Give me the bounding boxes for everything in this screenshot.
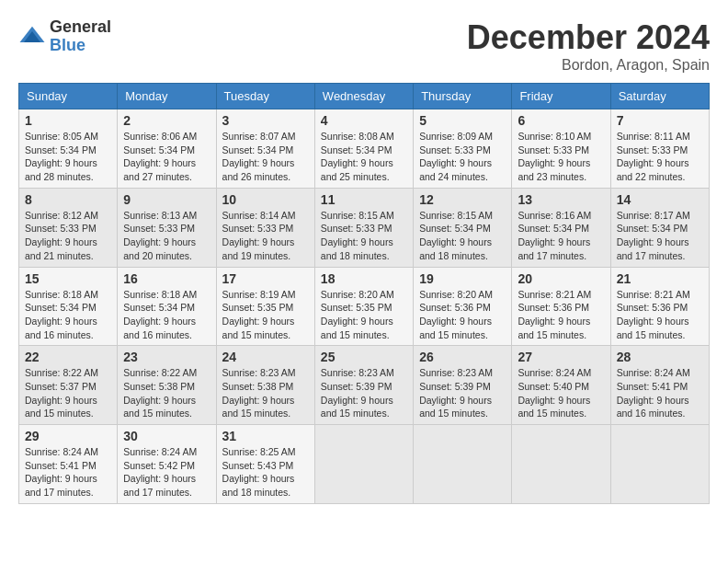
table-row: 1 Sunrise: 8:05 AM Sunset: 5:34 PM Dayli… (19, 109, 118, 189)
day-number: 2 (123, 113, 210, 128)
day-info: Sunrise: 8:12 AM Sunset: 5:33 PM Dayligh… (25, 209, 111, 263)
day-number: 27 (518, 350, 604, 364)
day-info: Sunrise: 8:15 AM Sunset: 5:34 PM Dayligh… (419, 209, 506, 263)
day-info: Sunrise: 8:25 AM Sunset: 5:43 PM Dayligh… (222, 445, 309, 500)
table-row: 15 Sunrise: 8:18 AM Sunset: 5:34 PM Dayl… (19, 267, 118, 346)
col-monday: Monday (118, 84, 216, 109)
day-number: 30 (123, 429, 210, 443)
table-row: 26 Sunrise: 8:23 AM Sunset: 5:39 PM Dayl… (414, 346, 512, 425)
title-section: December 2024 Bordon, Aragon, Spain (467, 18, 710, 74)
table-row: 7 Sunrise: 8:11 AM Sunset: 5:33 PM Dayli… (610, 109, 709, 189)
table-row: 21 Sunrise: 8:21 AM Sunset: 5:36 PM Dayl… (610, 267, 709, 346)
day-info: Sunrise: 8:22 AM Sunset: 5:37 PM Dayligh… (25, 366, 111, 420)
table-row: 18 Sunrise: 8:20 AM Sunset: 5:35 PM Dayl… (314, 267, 413, 346)
day-info: Sunrise: 8:23 AM Sunset: 5:39 PM Dayligh… (419, 366, 506, 420)
table-row: 25 Sunrise: 8:23 AM Sunset: 5:39 PM Dayl… (314, 346, 413, 425)
logo-general: General (50, 18, 111, 37)
calendar-row: 22 Sunrise: 8:22 AM Sunset: 5:37 PM Dayl… (19, 346, 710, 425)
day-info: Sunrise: 8:22 AM Sunset: 5:38 PM Dayligh… (123, 366, 210, 420)
day-number: 31 (222, 429, 309, 443)
day-number: 18 (321, 271, 407, 286)
day-number: 23 (123, 350, 210, 364)
day-number: 28 (617, 350, 703, 364)
day-number: 20 (518, 271, 604, 286)
col-friday: Friday (512, 84, 610, 109)
calendar-row: 15 Sunrise: 8:18 AM Sunset: 5:34 PM Dayl… (19, 267, 710, 346)
table-row: 20 Sunrise: 8:21 AM Sunset: 5:36 PM Dayl… (512, 267, 610, 346)
day-number: 7 (617, 113, 703, 128)
calendar-row: 1 Sunrise: 8:05 AM Sunset: 5:34 PM Dayli… (19, 109, 710, 189)
table-row: 31 Sunrise: 8:25 AM Sunset: 5:43 PM Dayl… (216, 425, 314, 504)
day-info: Sunrise: 8:24 AM Sunset: 5:40 PM Dayligh… (518, 366, 604, 420)
calendar-table: Sunday Monday Tuesday Wednesday Thursday… (18, 83, 710, 504)
col-sunday: Sunday (19, 84, 118, 109)
day-number: 25 (321, 350, 407, 364)
table-row: 4 Sunrise: 8:08 AM Sunset: 5:34 PM Dayli… (314, 109, 413, 189)
table-row (512, 425, 610, 504)
calendar-header-row: Sunday Monday Tuesday Wednesday Thursday… (19, 84, 710, 109)
table-row: 2 Sunrise: 8:06 AM Sunset: 5:34 PM Dayli… (118, 109, 216, 189)
day-info: Sunrise: 8:11 AM Sunset: 5:33 PM Dayligh… (617, 130, 703, 184)
col-wednesday: Wednesday (314, 84, 413, 109)
day-info: Sunrise: 8:17 AM Sunset: 5:34 PM Dayligh… (617, 209, 703, 263)
table-row: 3 Sunrise: 8:07 AM Sunset: 5:34 PM Dayli… (216, 109, 314, 189)
table-row: 13 Sunrise: 8:16 AM Sunset: 5:34 PM Dayl… (512, 188, 610, 267)
day-number: 3 (222, 113, 309, 128)
day-info: Sunrise: 8:18 AM Sunset: 5:34 PM Dayligh… (123, 288, 210, 342)
day-info: Sunrise: 8:23 AM Sunset: 5:39 PM Dayligh… (321, 366, 407, 420)
col-tuesday: Tuesday (216, 84, 314, 109)
day-info: Sunrise: 8:16 AM Sunset: 5:34 PM Dayligh… (518, 209, 604, 263)
table-row: 16 Sunrise: 8:18 AM Sunset: 5:34 PM Dayl… (118, 267, 216, 346)
day-info: Sunrise: 8:15 AM Sunset: 5:33 PM Dayligh… (321, 209, 407, 263)
day-info: Sunrise: 8:21 AM Sunset: 5:36 PM Dayligh… (617, 288, 703, 342)
day-info: Sunrise: 8:20 AM Sunset: 5:35 PM Dayligh… (321, 288, 407, 342)
table-row: 6 Sunrise: 8:10 AM Sunset: 5:33 PM Dayli… (512, 109, 610, 189)
day-number: 19 (419, 271, 506, 286)
day-number: 15 (25, 271, 111, 286)
table-row: 22 Sunrise: 8:22 AM Sunset: 5:37 PM Dayl… (19, 346, 118, 425)
table-row: 27 Sunrise: 8:24 AM Sunset: 5:40 PM Dayl… (512, 346, 610, 425)
col-saturday: Saturday (610, 84, 709, 109)
calendar-row: 29 Sunrise: 8:24 AM Sunset: 5:41 PM Dayl… (19, 425, 710, 504)
day-info: Sunrise: 8:08 AM Sunset: 5:34 PM Dayligh… (321, 130, 407, 184)
day-info: Sunrise: 8:20 AM Sunset: 5:36 PM Dayligh… (419, 288, 506, 342)
table-row: 24 Sunrise: 8:23 AM Sunset: 5:38 PM Dayl… (216, 346, 314, 425)
day-number: 8 (25, 192, 111, 207)
day-number: 11 (321, 192, 407, 207)
day-info: Sunrise: 8:23 AM Sunset: 5:38 PM Dayligh… (222, 366, 309, 420)
table-row: 11 Sunrise: 8:15 AM Sunset: 5:33 PM Dayl… (314, 188, 413, 267)
calendar-row: 8 Sunrise: 8:12 AM Sunset: 5:33 PM Dayli… (19, 188, 710, 267)
table-row: 28 Sunrise: 8:24 AM Sunset: 5:41 PM Dayl… (610, 346, 709, 425)
month-title: December 2024 (467, 18, 710, 57)
logo-blue: Blue (50, 37, 111, 55)
day-info: Sunrise: 8:05 AM Sunset: 5:34 PM Dayligh… (25, 130, 111, 184)
table-row: 23 Sunrise: 8:22 AM Sunset: 5:38 PM Dayl… (118, 346, 216, 425)
day-info: Sunrise: 8:14 AM Sunset: 5:33 PM Dayligh… (222, 209, 309, 263)
day-number: 24 (222, 350, 309, 364)
location: Bordon, Aragon, Spain (467, 57, 710, 74)
day-number: 6 (518, 113, 604, 128)
day-number: 22 (25, 350, 111, 364)
day-number: 29 (25, 429, 111, 443)
table-row: 14 Sunrise: 8:17 AM Sunset: 5:34 PM Dayl… (610, 188, 709, 267)
day-number: 21 (617, 271, 703, 286)
table-row: 12 Sunrise: 8:15 AM Sunset: 5:34 PM Dayl… (414, 188, 512, 267)
logo: General Blue (18, 18, 111, 55)
table-row: 19 Sunrise: 8:20 AM Sunset: 5:36 PM Dayl… (414, 267, 512, 346)
table-row (314, 425, 413, 504)
day-info: Sunrise: 8:10 AM Sunset: 5:33 PM Dayligh… (518, 130, 604, 184)
table-row: 17 Sunrise: 8:19 AM Sunset: 5:35 PM Dayl… (216, 267, 314, 346)
day-number: 16 (123, 271, 210, 286)
day-info: Sunrise: 8:19 AM Sunset: 5:35 PM Dayligh… (222, 288, 309, 342)
day-info: Sunrise: 8:07 AM Sunset: 5:34 PM Dayligh… (222, 130, 309, 184)
day-number: 1 (25, 113, 111, 128)
table-row: 10 Sunrise: 8:14 AM Sunset: 5:33 PM Dayl… (216, 188, 314, 267)
day-info: Sunrise: 8:24 AM Sunset: 5:41 PM Dayligh… (25, 445, 111, 500)
day-number: 5 (419, 113, 506, 128)
day-number: 17 (222, 271, 309, 286)
day-number: 26 (419, 350, 506, 364)
table-row: 5 Sunrise: 8:09 AM Sunset: 5:33 PM Dayli… (414, 109, 512, 189)
day-info: Sunrise: 8:24 AM Sunset: 5:41 PM Dayligh… (617, 366, 703, 420)
table-row: 30 Sunrise: 8:24 AM Sunset: 5:42 PM Dayl… (118, 425, 216, 504)
day-number: 4 (321, 113, 407, 128)
